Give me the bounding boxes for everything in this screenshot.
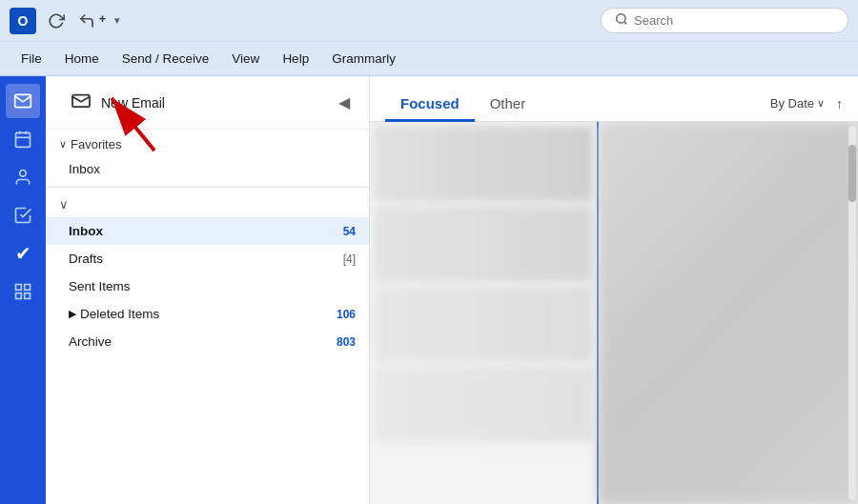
sidebar-icon-check[interactable]: ✔ [6,236,40,271]
folder-item-drafts-count: [4] [343,252,356,266]
folder-item-inbox-count: 54 [343,225,356,238]
menu-view[interactable]: View [220,45,271,72]
sidebar-icon-apps[interactable] [6,274,40,309]
scrollbar-thumb[interactable] [848,145,856,202]
folder-item-sent-items-label: Sent Items [69,279,131,293]
folder-item-archive-count: 803 [337,335,356,349]
new-email-button[interactable]: + New Email [59,86,176,119]
divider-1 [46,187,369,188]
toolbar: O ▾ [0,0,858,42]
svg-rect-7 [16,285,22,291]
svg-point-6 [20,171,27,177]
mail-tabs-bar: Focused Other By Date ∨ ↑ [370,76,858,122]
folder-item-favorites-inbox[interactable]: Inbox [46,155,369,183]
menu-grammarly[interactable]: Grammarly [320,45,407,72]
main-layout: ✔ + New Email ◀ [0,76,858,504]
menu-send-receive[interactable]: Send / Receive [111,45,221,72]
menubar: File Home Send / Receive View Help Gramm… [0,42,858,76]
undo-button[interactable] [74,9,99,33]
favorites-label: Favorites [71,137,121,151]
sort-dropdown-icon: ∨ [817,97,825,110]
sort-label: By Date [770,96,814,111]
svg-point-0 [617,14,625,23]
section-collapse-button[interactable]: ∨ [46,192,369,217]
sidebar-icons: ✔ [0,76,46,504]
sidebar-icon-mail[interactable] [6,84,40,118]
search-icon [615,12,628,29]
mail-list-item-4[interactable] [374,366,593,442]
favorites-section-header[interactable]: ∨ Favorites [46,130,369,155]
quick-access-dropdown[interactable]: ▾ [105,9,130,33]
folder-item-deleted-items-arrow: ▶ [69,308,76,320]
folder-item-inbox[interactable]: Inbox 54 [46,217,369,245]
svg-rect-8 [25,285,31,291]
folder-item-archive[interactable]: Archive 803 [46,328,369,355]
folder-item-favorites-inbox-label: Inbox [69,162,100,176]
folder-item-drafts[interactable]: Drafts [4] [46,245,369,272]
sidebar-icon-tasks[interactable] [6,198,40,232]
mail-list-item-2[interactable] [374,206,593,282]
search-input[interactable] [634,13,834,28]
scrollbar-track [848,126,856,500]
tab-focused[interactable]: Focused [385,84,475,122]
toolbar-icons: ▾ [44,9,130,33]
folder-item-archive-label: Archive [69,334,112,349]
tab-other[interactable]: Other [475,84,541,122]
folder-item-deleted-items[interactable]: ▶ Deleted Items 106 [46,300,369,328]
menu-help[interactable]: Help [271,45,320,72]
menu-home[interactable]: Home [53,45,111,72]
svg-rect-2 [16,132,31,147]
mail-sort-area: By Date ∨ ↑ [765,93,843,121]
new-email-icon: + [71,91,92,113]
folder-item-deleted-items-count: 106 [337,308,356,321]
folder-panel-header: + New Email ◀ [46,76,369,130]
folder-panel-collapse-button[interactable]: ◀ [333,91,356,114]
sort-by-date-button[interactable]: By Date ∨ [765,93,830,113]
favorites-chevron: ∨ [59,138,67,151]
mail-list-item-3[interactable] [374,286,593,362]
new-email-label: New Email [101,95,165,111]
svg-rect-9 [25,293,31,299]
mail-preview-content [599,122,858,504]
sidebar-icon-people[interactable] [6,160,40,194]
mail-preview-area [599,122,858,504]
sidebar-icon-calendar[interactable] [6,122,40,156]
folder-item-deleted-items-label: Deleted Items [80,307,159,321]
menu-file[interactable]: File [10,45,53,72]
search-box [601,8,848,33]
folder-list: ∨ Favorites Inbox ∨ Inbox 54 Drafts [4] [46,130,369,504]
app-logo: O [10,8,36,34]
mail-content [370,122,858,504]
folder-item-sent-items[interactable]: Sent Items [46,272,369,300]
sort-direction-button[interactable]: ↑ [836,96,843,111]
folder-item-inbox-label: Inbox [69,224,103,238]
folder-panel: + New Email ◀ ∨ Favorites Inbox ∨ Inbox [46,76,370,504]
svg-line-1 [624,22,627,25]
folder-item-drafts-label: Drafts [69,252,103,266]
mail-panel: Focused Other By Date ∨ ↑ [370,76,858,504]
app-logo-letter: O [18,13,29,29]
mail-list-area [370,122,599,504]
mail-list-item-1[interactable] [374,126,593,202]
section-collapse-icon: ∨ [59,197,69,212]
sync-button[interactable] [44,9,69,33]
svg-rect-10 [16,293,22,299]
